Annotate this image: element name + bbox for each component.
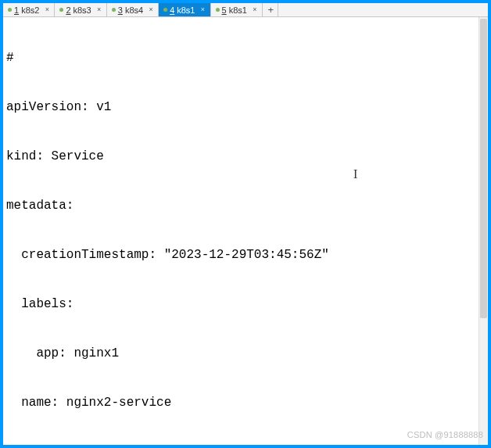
code-line: creationTimestamp: "2023-12-29T03:45:56Z… <box>6 247 485 263</box>
code-line: kind: Service <box>6 149 485 165</box>
status-dot-icon <box>216 8 220 12</box>
close-icon[interactable] <box>95 6 103 14</box>
tab-label: k8s4 <box>125 5 143 15</box>
code-line: name: nginx2-service <box>6 395 485 411</box>
tab-label: k8s3 <box>73 5 91 15</box>
tab-label: k8s1 <box>177 5 195 15</box>
tab-4-active[interactable]: 4 k8s1 <box>159 3 210 16</box>
tab-3[interactable]: 3 k8s4 <box>107 3 159 16</box>
status-dot-icon <box>163 8 167 12</box>
editor-viewport[interactable]: # apiVersion: v1 kind: Service metadata:… <box>3 17 488 445</box>
scrollbar-thumb[interactable] <box>480 19 487 318</box>
status-dot-icon <box>59 8 63 12</box>
tab-number: 3 <box>118 5 123 15</box>
tab-number: 4 <box>170 5 174 15</box>
code-line: # <box>6 50 485 66</box>
watermark-text: CSDN @91888888 <box>407 427 483 443</box>
tab-2[interactable]: 2 k8s3 <box>55 3 106 16</box>
tab-number: 5 <box>222 5 227 15</box>
close-icon[interactable] <box>147 6 155 14</box>
status-dot-icon <box>8 8 12 12</box>
code-line: namespace: default <box>6 444 485 445</box>
code-line: apiVersion: v1 <box>6 99 485 116</box>
status-dot-icon <box>112 8 116 12</box>
tab-label: k8s1 <box>229 5 247 15</box>
window-frame: 1 k8s2 2 k8s3 3 k8s4 4 k8s1 5 k8s1 <box>3 3 488 445</box>
code-line: app: nginx1 <box>6 346 485 362</box>
tab-number: 1 <box>14 5 19 15</box>
tab-number: 2 <box>66 5 70 15</box>
text-caret-icon: I <box>353 166 357 182</box>
tab-strip: 1 k8s2 2 k8s3 3 k8s4 4 k8s1 5 k8s1 <box>3 3 488 17</box>
tab-label: k8s2 <box>21 5 39 15</box>
tab-1[interactable]: 1 k8s2 <box>3 3 55 16</box>
close-icon[interactable] <box>251 6 259 14</box>
code-line: metadata: <box>6 198 485 214</box>
close-icon[interactable] <box>43 6 51 14</box>
code-line: labels: <box>6 296 485 313</box>
tab-5[interactable]: 5 k8s1 <box>211 3 263 16</box>
close-icon[interactable] <box>199 6 207 14</box>
new-tab-button[interactable] <box>263 3 278 16</box>
vertical-scrollbar[interactable] <box>478 17 488 445</box>
